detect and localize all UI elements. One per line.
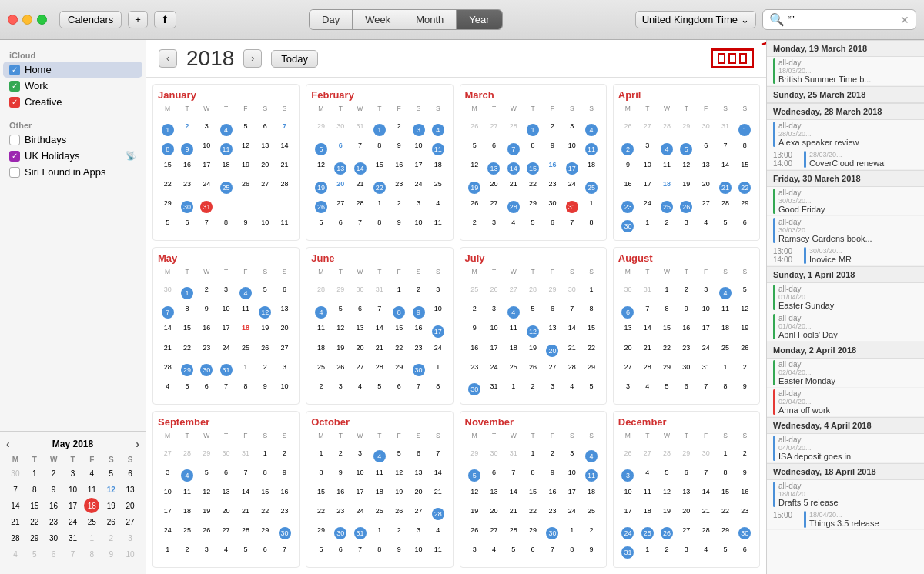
sidebar-item-creative[interactable]: ✓ Creative [3,94,142,110]
month-december: December MTWTFSS 262728293012 3456789 10… [613,411,760,568]
mini-day-27[interactable]: 27 [122,514,138,529]
sidebar-item-work[interactable]: ✓ Work [3,78,142,94]
mini-day-14[interactable]: 14 [8,498,23,513]
event-covercloud[interactable]: 13:00 14:00 28/03/20... CoverCloud renew… [767,149,924,170]
mini-day-j7[interactable]: 7 [65,546,80,562]
event-date-april-fools: 01/04/20... [778,322,838,330]
february-title: February [311,89,447,101]
sidebar-item-birthdays[interactable]: Birthdays [3,132,142,148]
mini-day-j4[interactable]: 4 [8,546,23,562]
siri-apps-checkbox[interactable]: ✓ [9,167,20,178]
mini-day-j1[interactable]: 1 [84,530,99,546]
search-input[interactable] [788,14,897,25]
mini-day-19[interactable]: 19 [103,498,119,513]
next-year-button[interactable]: › [243,49,262,68]
event-content-easter-monday: all-day 02/04/20... Easter Monday [778,360,835,385]
add-event-button[interactable]: + [128,11,148,28]
birthdays-checkbox[interactable] [9,135,20,145]
home-checkbox[interactable]: ✓ [9,65,20,75]
clear-search-button[interactable]: ✕ [900,14,909,26]
prev-year-button[interactable]: ‹ [159,49,177,68]
mini-day-16[interactable]: 16 [46,498,62,513]
sidebar-item-siri-apps[interactable]: ✓ Siri Found in Apps [3,164,142,180]
event-anna[interactable]: all-day 02/04/20... Anna off work [767,388,924,417]
mini-header-m: M [6,455,25,465]
event-drafts[interactable]: all-day 18/04/20... Drafts 5 release [767,480,924,509]
sidebar-item-home[interactable]: ✓ Home [3,62,142,78]
week-view-button[interactable]: Week [353,10,403,29]
share-button[interactable]: ⬆ [154,11,176,28]
event-good-friday[interactable]: all-day 30/03/20... Good Friday [767,187,924,216]
mini-prev-button[interactable]: ‹ [6,438,10,450]
mini-day-j6[interactable]: 6 [46,546,62,562]
mini-day-j8[interactable]: 8 [84,546,99,562]
event-content-things: 18/04/20... Things 3.5 release [809,511,879,528]
mini-day-25[interactable]: 25 [84,514,99,529]
mini-day-j2[interactable]: 2 [103,530,119,546]
mini-day-17[interactable]: 17 [65,498,80,513]
mini-next-button[interactable]: › [136,438,139,450]
mini-day-30[interactable]: 30 [8,466,23,481]
mini-day-29[interactable]: 29 [27,530,42,546]
mini-day-2[interactable]: 2 [46,466,62,481]
close-button[interactable] [8,15,18,25]
mini-day-10[interactable]: 10 [65,482,80,497]
mini-day-18[interactable]: 18 [84,498,99,513]
maximize-button[interactable] [37,15,47,25]
mini-day-j10[interactable]: 10 [122,546,138,562]
mini-day-22[interactable]: 22 [27,514,42,529]
mini-day-24[interactable]: 24 [65,514,80,529]
mini-day-13[interactable]: 13 [122,482,138,497]
event-bst[interactable]: all-day 18/03/20... British Summer Time … [767,57,924,86]
event-isa[interactable]: all-day 04/04/20... ISA deposit goes in [767,434,924,463]
mini-day-23[interactable]: 23 [46,514,62,529]
mini-day-4[interactable]: 4 [84,466,99,481]
mini-day-7[interactable]: 7 [8,482,23,497]
event-ramsey[interactable]: all-day 30/03/20... Ramsey Gardens book.… [767,216,924,245]
january-title: January [158,89,294,101]
mini-day-j5[interactable]: 5 [27,546,42,562]
mini-day-11[interactable]: 11 [84,482,99,497]
month-august: August MTWTFSS 303112345 6789101112 1314… [613,247,760,404]
mini-day-1[interactable]: 1 [27,466,42,481]
mini-day-9[interactable]: 9 [46,482,62,497]
uk-holidays-checkbox[interactable]: ✓ [9,151,20,162]
minimize-button[interactable] [22,15,32,25]
mini-day-15[interactable]: 15 [27,498,42,513]
event-things[interactable]: 15:00 18/04/20... Things 3.5 release [767,509,924,530]
mini-day-8[interactable]: 8 [27,482,42,497]
mini-day-31[interactable]: 31 [65,530,80,546]
may-title: May [158,252,294,264]
april-title: April [618,89,755,101]
event-april-fools[interactable]: all-day 01/04/20... April Fools' Day [767,312,924,342]
mini-day-20[interactable]: 20 [122,498,138,513]
event-easter-sunday[interactable]: all-day 01/04/20... Easter Sunday [767,283,924,312]
month-view-button[interactable]: Month [403,10,457,29]
work-checkbox[interactable]: ✓ [9,81,20,92]
october-grid: MTWTFSS 1234567 891011121314 15161718192… [311,431,447,562]
mini-day-j3[interactable]: 3 [122,530,138,546]
mini-day-26[interactable]: 26 [103,514,119,529]
year-header: ‹ 2018 › Today [146,40,766,78]
creative-checkbox[interactable]: ✓ [9,97,20,108]
timezone-selector[interactable]: United Kingdom Time ⌄ [635,11,756,28]
mini-day-3[interactable]: 3 [65,466,80,481]
mini-day-12[interactable]: 12 [103,482,119,497]
event-easter-monday[interactable]: all-day 02/04/20... Easter Monday [767,359,924,388]
mini-month-year-label: May 2018 [52,439,93,449]
day-view-button[interactable]: Day [310,10,353,29]
mini-day-6[interactable]: 6 [122,466,138,481]
event-alexa[interactable]: all-day 28/03/20... Alexa speaker review [767,120,924,149]
mini-day-28[interactable]: 28 [8,530,23,546]
year-view-button[interactable]: Year [457,10,501,29]
mini-day-5[interactable]: 5 [103,466,119,481]
event-title-isa: ISA deposit goes in [778,452,851,461]
mini-day-j9[interactable]: 9 [103,546,119,562]
event-inovice[interactable]: 13:00 14:00 30/03/20... Inovice MR [767,245,924,266]
mini-day-21[interactable]: 21 [8,514,23,529]
mini-day-30m[interactable]: 30 [46,530,62,546]
today-button[interactable]: Today [271,50,318,68]
calendars-button[interactable]: Calendars [59,11,122,28]
search-box[interactable]: 🔍 ✕ [762,9,916,30]
sidebar-item-uk-holidays[interactable]: ✓ UK Holidays 📡 [3,148,142,164]
